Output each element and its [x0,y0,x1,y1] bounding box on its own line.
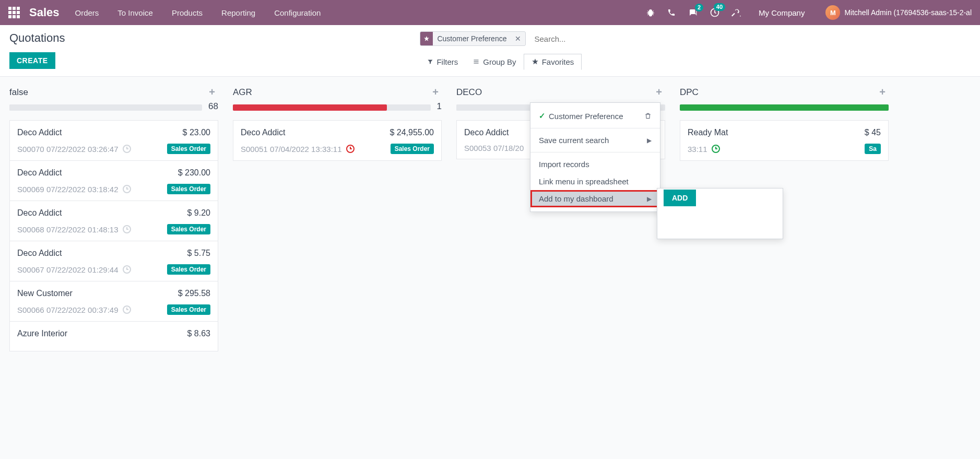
column-title: AGR [233,87,252,98]
column-progress-bar [680,104,889,111]
kanban-card[interactable]: New Customer$ 295.58S00066 07/22/2022 00… [9,281,218,322]
card-customer: Ready Mat [688,128,728,137]
card-amount: $ 295.58 [178,289,210,298]
card-amount: $ 5.75 [187,249,210,258]
clock-icon [123,305,131,314]
card-amount: $ 9.20 [187,208,210,218]
column-count: 68 [208,101,218,112]
fav-link-menu[interactable]: Link menu in spreadsheet [530,173,660,190]
card-customer: Deco Addict [464,128,509,137]
fav-save-search[interactable]: Save current search ▶ [530,132,660,149]
card-customer: Deco Addict [17,128,62,137]
favorites-dropdown: ✓ Customer Preference Save current searc… [530,102,660,212]
card-customer: Deco Addict [17,249,62,258]
card-amount: $ 230.00 [178,168,210,178]
company-name[interactable]: My Company [759,8,805,17]
column-title: DECO [456,87,482,98]
menu-reporting[interactable]: Reporting [221,8,255,17]
facet-label: Customer Preference [433,34,511,43]
star-icon [420,32,433,45]
facet-remove[interactable]: ✕ [511,34,525,43]
card-amount: $ 45 [865,128,881,137]
column-count: 1 [437,101,442,112]
kanban-card[interactable]: Ready Mat$ 4533:11Sa [680,120,889,161]
filters-button[interactable]: Filters [420,54,465,69]
user-avatar: M [825,5,840,20]
status-tag: Sales Order [391,144,434,154]
status-tag: Sales Order [167,144,210,154]
clock-icon [712,145,720,153]
card-meta: S00053 07/18/20 [464,144,524,152]
column-progress-bar [9,104,202,111]
status-tag: Sales Order [167,184,210,194]
search-facet: Customer Preference ✕ [420,31,526,46]
menu-configuration[interactable]: Configuration [274,8,321,17]
kanban-card[interactable]: Azure Interior$ 8.63 [9,321,218,351]
column-title: DPC [680,87,699,98]
column-add-icon[interactable]: + [209,86,215,98]
card-meta: 33:11 [688,145,707,154]
kanban-card[interactable]: Deco Addict$ 230.00S00069 07/22/2022 03:… [9,160,218,201]
column-add-icon[interactable]: + [432,86,439,98]
user-name: Mitchell Admin (17694536-saas-15-2-al [844,8,972,17]
kanban-card[interactable]: Deco Addict$ 23.00S00070 07/22/2022 03:2… [9,120,218,161]
messages-icon[interactable]: 2 [688,8,698,17]
card-meta: S00066 07/22/2022 00:37:49 [17,305,119,314]
favorites-button[interactable]: Favorites [524,54,582,70]
card-customer: Deco Addict [17,208,62,218]
chevron-right-icon: ▶ [647,137,652,144]
clock-icon [123,145,131,153]
menu-products[interactable]: Products [172,8,203,17]
kanban-column: false+68Deco Addict$ 23.00S00070 07/22/2… [9,84,218,449]
phone-icon[interactable] [667,8,676,17]
bug-icon[interactable] [646,8,655,17]
kanban-column: DPC+Ready Mat$ 4533:11Sa [680,84,889,449]
fav-add-dashboard[interactable]: Add to my dashboard ▶ [530,190,660,207]
kanban-column: AGR+1Deco Addict$ 24,955.00S00051 07/04/… [233,84,442,449]
card-amount: $ 8.63 [187,329,210,338]
check-icon: ✓ [539,111,546,121]
column-progress-bar [233,104,431,111]
card-meta: S00069 07/22/2022 03:18:42 [17,185,119,194]
apps-icon[interactable] [8,7,20,18]
fav-saved-item[interactable]: ✓ Customer Preference [530,107,660,125]
activities-badge: 40 [714,3,725,11]
card-customer: Deco Addict [241,128,285,137]
user-menu[interactable]: M Mitchell Admin (17694536-saas-15-2-al [825,5,972,20]
fav-import[interactable]: Import records [530,156,660,173]
card-amount: $ 23.00 [183,128,210,137]
groupby-button[interactable]: Group By [465,54,523,69]
search-input[interactable] [530,32,980,45]
activities-icon[interactable]: 40 [710,7,720,18]
create-button[interactable]: CREATE [9,52,55,69]
control-panel: Quotations CREATE Customer Preference ✕ … [0,25,980,77]
add-button[interactable]: ADD [664,190,696,206]
card-meta: S00070 07/22/2022 03:26:47 [17,145,119,154]
search-bar: Customer Preference ✕ [420,31,980,46]
clock-icon [123,225,131,233]
dashboard-popup-outer: ADD [657,188,783,239]
tools-icon[interactable] [731,8,741,17]
page-title: Quotations [9,31,65,45]
column-add-icon[interactable]: + [656,86,662,98]
navbar-right: 2 40 My Company M Mitchell Admin (176945… [646,5,972,20]
column-title: false [9,87,28,98]
filter-bar: Filters Group By Favorites [420,53,980,75]
status-tag: Sa [865,144,881,154]
kanban-card[interactable]: Deco Addict$ 24,955.00S00051 07/04/2022 … [233,120,442,161]
card-customer: Deco Addict [17,168,62,178]
kanban-view: false+68Deco Addict$ 23.00S00070 07/22/2… [0,77,980,449]
clock-icon [123,265,131,274]
column-add-icon[interactable]: + [879,86,885,98]
card-meta: S00051 07/04/2022 13:33:11 [241,145,342,154]
kanban-card[interactable]: Deco Addict$ 5.75S00067 07/22/2022 01:29… [9,241,218,281]
menu-orders[interactable]: Orders [75,8,99,17]
status-tag: Sales Order [167,224,210,234]
kanban-card[interactable]: Deco Addict$ 9.20S00068 07/22/2022 01:48… [9,201,218,241]
card-meta: S00067 07/22/2022 01:29:44 [17,265,119,274]
card-customer: New Customer [17,289,73,298]
brand-title[interactable]: Sales [29,6,60,19]
trash-icon[interactable] [644,112,652,120]
status-tag: Sales Order [167,264,210,275]
menu-to-invoice[interactable]: To Invoice [117,8,153,17]
